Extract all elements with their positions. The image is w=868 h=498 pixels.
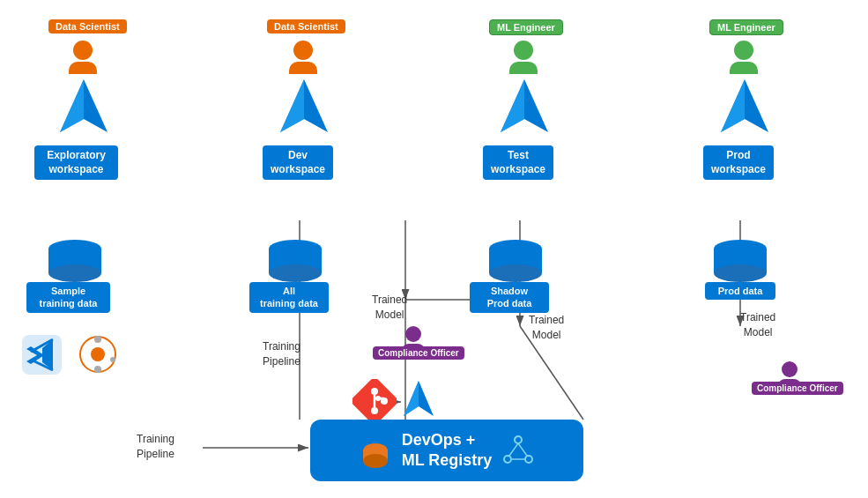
text-trained-model-1: TrainedModel [372,293,407,323]
workspace-icon-prod [712,75,778,145]
svg-marker-11 [60,79,84,132]
role-badge-mle1: ML Engineer [489,19,563,35]
svg-point-38 [94,366,101,373]
svg-point-39 [110,357,115,362]
workspace-label-prod: Prodworkspace [703,145,774,180]
svg-point-54 [525,456,532,463]
role-badge-ds1: Data Scientist [48,19,127,33]
role-badge-ds2: Data Scientist [267,19,345,33]
svg-point-53 [504,456,511,463]
person-icon-mle2 [730,41,758,74]
role-badge-mle2: ML Engineer [709,19,783,35]
person-icon-ds2 [289,41,317,74]
svg-marker-17 [721,79,745,132]
svg-line-56 [518,443,527,456]
svg-line-55 [509,443,518,456]
azure-ml-small-icon [397,377,441,425]
person-icon-ds1 [69,41,97,74]
svg-point-36 [91,347,105,361]
svg-point-41 [371,388,378,395]
devops-label: DevOps +ML Registry [402,430,493,472]
workspace-label-exploratory: Exploratoryworkspace [34,145,118,180]
svg-point-42 [371,407,378,414]
svg-point-51 [363,454,388,468]
workspace-icon-test [492,75,558,145]
workspace-label-test: Testworkspace [483,145,553,180]
db-label-prod: Prod data [705,282,775,300]
svg-marker-15 [501,79,524,132]
person-icon-mle1 [509,41,538,74]
svg-point-26 [489,264,542,282]
text-training-pipeline-1: TrainingPipeline [263,339,300,369]
db-label-shadow: ShadowProd data [470,282,549,313]
tool-icons-area [18,331,122,383]
text-trained-model-2: TrainedModel [529,313,564,343]
devops-box: DevOps +ML Registry [310,420,583,481]
svg-point-37 [94,336,101,343]
diagram: Data Scientist Data Scientist ML Enginee… [0,0,868,498]
svg-point-52 [515,436,522,443]
compliance-badge-1: Compliance Officer [373,346,464,360]
compliance-badge-2: Compliance Officer [752,382,843,395]
workspace-label-dev: Devworkspace [263,145,333,180]
svg-marker-13 [280,79,304,132]
svg-point-23 [269,264,322,282]
workspace-icon-dev [271,75,338,145]
svg-marker-48 [404,381,419,416]
db-label-sample: Sampletraining data [26,282,110,313]
svg-point-46 [375,396,381,401]
text-training-pipeline-2: TrainingPipeline [137,432,174,462]
workspace-icon-exploratory [51,75,117,145]
svg-point-20 [48,264,101,282]
svg-point-29 [714,264,767,282]
text-trained-model-3: TrainedModel [740,310,775,340]
db-label-all: Alltraining data [249,282,329,313]
